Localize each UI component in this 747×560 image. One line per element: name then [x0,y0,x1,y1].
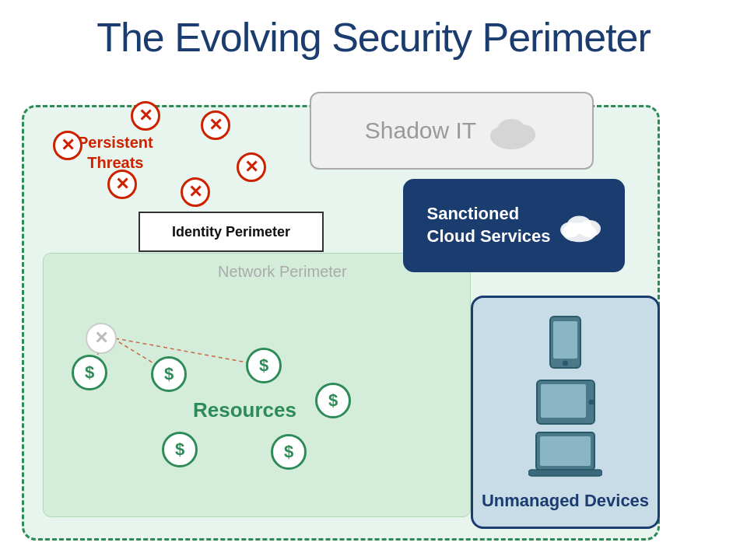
threat-x-4: ✕ [237,152,266,182]
threat-x-5: ✕ [107,170,137,199]
svg-rect-16 [528,470,602,476]
faded-threat-x: ✕ [86,323,117,354]
svg-rect-12 [541,384,586,418]
threat-x-6: ✕ [181,177,210,207]
svg-point-7 [567,215,591,234]
identity-perimeter-label: Identity Perimeter [172,224,290,240]
persistent-threats-label: PersistentThreats [78,132,153,173]
resource-1: $ [72,355,107,390]
network-perimeter-label: Network Perimeter [218,263,347,281]
resource-6: $ [271,434,307,470]
unmanaged-devices-box: Unmanaged Devices [471,296,660,529]
threat-x-1: ✕ [131,101,160,131]
laptop-icon [528,431,602,478]
shadow-it-cloud-icon [484,111,538,150]
sanctioned-label: SanctionedCloud Services [427,203,551,247]
identity-perimeter-box: Identity Perimeter [139,212,324,252]
svg-rect-15 [540,436,591,466]
resource-2: $ [151,356,187,392]
tablet-icon [535,378,597,426]
svg-point-3 [497,119,525,141]
sanctioned-cloud-box: SanctionedCloud Services [403,179,625,272]
unmanaged-label: Unmanaged Devices [482,490,649,513]
resource-5: $ [162,432,198,467]
svg-point-10 [563,361,568,366]
phone-icon [544,315,587,373]
sanctioned-cloud-icon [558,208,601,243]
resource-3: $ [246,348,282,383]
svg-point-13 [588,400,594,405]
shadow-it-box: Shadow IT [310,92,594,170]
network-perimeter-area [43,253,471,517]
threat-x-2: ✕ [201,110,230,140]
resources-label: Resources [193,398,296,422]
page-title: The Evolving Security Perimeter [0,0,747,61]
svg-rect-9 [553,321,577,359]
devices-icons-group [528,315,602,478]
resource-4: $ [315,383,351,418]
shadow-it-label: Shadow IT [365,117,476,144]
threat-x-3: ✕ [53,131,82,160]
